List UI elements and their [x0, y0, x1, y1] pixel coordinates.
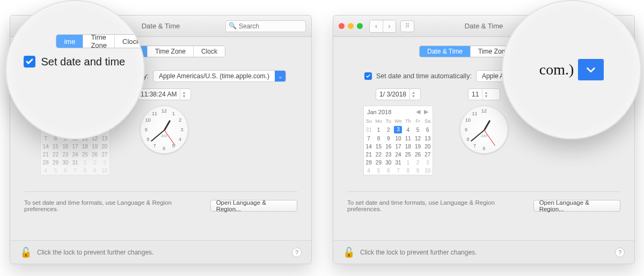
zoom-callout-dropdown: com.) [502, 0, 641, 139]
tab-time-zone: Time Zone [83, 35, 114, 48]
open-language-region-button[interactable]: Open Language & Region... [210, 200, 297, 212]
time-field[interactable]: 11:38:24 AM ▲▼ [137, 88, 191, 100]
tab-date-time: ime [56, 35, 83, 48]
stepper-icon[interactable]: ▲▼ [409, 89, 417, 100]
calendar[interactable]: Jan 2018◀ ▶SuMoTuWeThFrSa311234567891011… [363, 106, 433, 175]
auto-checkbox[interactable] [364, 72, 372, 80]
show-all-icon[interactable]: ⠿ [400, 20, 414, 32]
search-input[interactable] [225, 20, 306, 32]
lock-bar: 🔓 Click the lock to prevent further chan… [333, 240, 634, 264]
back-icon[interactable]: ‹ [370, 20, 383, 32]
tab-date-time[interactable]: Date & Time [420, 46, 470, 57]
stepper-icon[interactable]: ▲▼ [482, 89, 489, 100]
nav-back-forward[interactable]: ‹ › [369, 20, 396, 33]
open-language-region-button[interactable]: Open Language & Region... [533, 200, 620, 212]
minimize-icon[interactable] [348, 23, 354, 29]
lock-icon[interactable]: 🔓 [343, 247, 355, 258]
help-button[interactable]: ? [292, 248, 302, 257]
format-hint: To set date and time formats, use Langua… [347, 199, 528, 212]
time-field[interactable]: 11 ▲▼ [468, 88, 500, 100]
stepper-icon[interactable]: ▲▼ [180, 89, 187, 100]
lock-bar: 🔓 Click the lock to prevent further chan… [10, 240, 311, 264]
format-hint: To set date and time formats, use Langua… [24, 199, 205, 212]
search-field[interactable]: 🔍 [225, 20, 306, 32]
chevron-down-icon [578, 59, 604, 80]
zoom-icon[interactable] [357, 23, 363, 29]
zoom-callout-checkbox: ime Time Zone Clock Set date and time [5, 0, 145, 139]
tab-time-zone[interactable]: Time Zone [147, 46, 193, 57]
help-button[interactable]: ? [615, 248, 625, 257]
close-icon[interactable] [339, 23, 345, 29]
server-dropdown[interactable]: Apple Americas/U.S. (time.apple.com.) ⌄ [153, 70, 286, 82]
analog-clock: AM 12 3 6 9 1 2 4 5 7 8 10 11 [140, 106, 188, 154]
auto-label: Set date and time automatically: [376, 72, 472, 80]
lock-text: Click the lock to prevent further change… [360, 249, 477, 256]
server-value: Apple Americas/U.S. (time.apple.com.) [153, 72, 275, 80]
traffic-lights[interactable] [339, 23, 363, 29]
auto-checkbox [24, 56, 35, 68]
tab-clock[interactable]: Clock [193, 46, 225, 57]
chevron-down-icon: ⌄ [275, 71, 286, 81]
search-icon: 🔍 [229, 22, 237, 29]
lock-text: Click the lock to prevent further change… [37, 249, 153, 256]
auto-label-zoom: Set date and time [41, 56, 125, 68]
lock-icon[interactable]: 🔓 [20, 247, 32, 258]
server-value-zoom: com.) [539, 61, 574, 78]
forward-icon[interactable]: › [383, 20, 396, 32]
analog-clock: AM 12 6 9 7 8 10 11 [460, 106, 508, 154]
date-field[interactable]: 1/ 3/2018 ▲▼ [376, 88, 421, 100]
